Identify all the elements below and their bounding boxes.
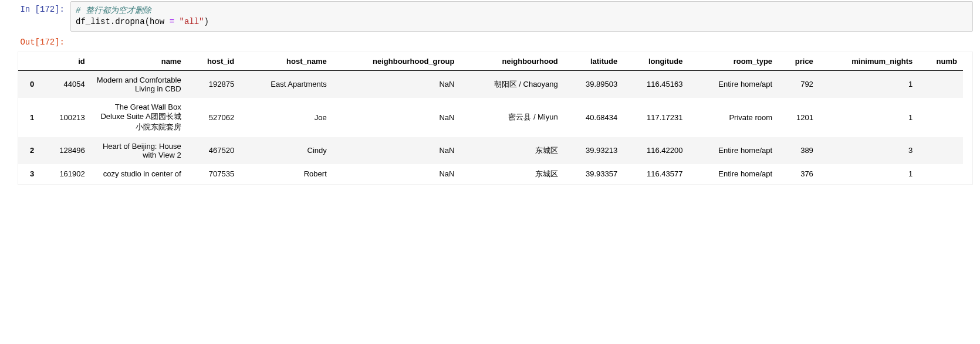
cell-numb <box>918 164 963 184</box>
cell-numb <box>918 70 963 98</box>
table-row: 2128496Heart of Beijing: House with View… <box>18 137 963 164</box>
code-method: dropna <box>115 17 144 26</box>
cell-longitude: 116.45163 <box>623 70 688 98</box>
cell-minimum-nights: 3 <box>819 137 918 164</box>
row-index: 2 <box>18 137 40 164</box>
cell-neighbourhood-group: NaN <box>333 98 461 137</box>
cell-room-type: Private room <box>688 98 778 137</box>
col-name: name <box>91 52 187 71</box>
output-cell: Out[172]: <box>0 33 980 52</box>
col-host-id: host_id <box>187 52 240 71</box>
in-prompt: In [172]: <box>0 1 70 18</box>
col-id: id <box>40 52 91 71</box>
col-index <box>18 52 40 71</box>
cell-longitude: 116.42200 <box>623 137 688 164</box>
cell-room-type: Entire home/apt <box>688 164 778 184</box>
cell-neighbourhood: 密云县 / Miyun <box>460 98 563 137</box>
code-kw: how <box>150 17 164 26</box>
cell-neighbourhood: 朝阳区 / Chaoyang <box>460 70 563 98</box>
col-longitude: longitude <box>623 52 688 71</box>
cell-longitude: 117.17231 <box>623 98 688 137</box>
code-rparen: ) <box>204 17 209 26</box>
cell-latitude: 39.93357 <box>564 164 623 184</box>
cell-host-name: Robert <box>240 164 333 184</box>
code-eq: = <box>164 17 179 26</box>
cell-minimum-nights: 1 <box>819 70 918 98</box>
cell-price: 376 <box>778 164 819 184</box>
cell-host-name: East Apartments <box>240 70 333 98</box>
row-index: 3 <box>18 164 40 184</box>
header-row: id name host_id host_name neighbourhood_… <box>18 52 963 71</box>
cell-name: The Great Wall Box Deluxe Suite A团园长城小院东… <box>91 98 187 137</box>
cell-name: Heart of Beijing: House with View 2 <box>91 137 187 164</box>
cell-room-type: Entire home/apt <box>688 70 778 98</box>
dataframe-table: id name host_id host_name neighbourhood_… <box>18 52 963 184</box>
cell-latitude: 40.68434 <box>564 98 623 137</box>
cell-numb <box>918 98 963 137</box>
cell-name: cozy studio in center of <box>91 164 187 184</box>
cell-id: 100213 <box>40 98 91 137</box>
col-latitude: latitude <box>564 52 623 71</box>
code-lparen: ( <box>145 17 150 26</box>
col-price: price <box>778 52 819 71</box>
cell-neighbourhood-group: NaN <box>333 70 461 98</box>
cell-neighbourhood: 东城区 <box>460 137 563 164</box>
code-comment: # 整行都为空才删除 <box>76 6 151 15</box>
cell-id: 44054 <box>40 70 91 98</box>
code-dot: . <box>110 17 115 26</box>
col-numb: numb <box>918 52 963 71</box>
input-cell: In [172]: # 整行都为空才删除 df_list.dropna(how … <box>0 0 980 33</box>
cell-host-name: Cindy <box>240 137 333 164</box>
cell-neighbourhood-group: NaN <box>333 137 461 164</box>
cell-host-id: 192875 <box>187 70 240 98</box>
cell-name: Modern and Comfortable Living in CBD <box>91 70 187 98</box>
cell-neighbourhood-group: NaN <box>333 164 461 184</box>
dataframe-output[interactable]: id name host_id host_name neighbourhood_… <box>18 52 973 185</box>
cell-longitude: 116.43577 <box>623 164 688 184</box>
cell-room-type: Entire home/apt <box>688 137 778 164</box>
cell-host-id: 467520 <box>187 137 240 164</box>
cell-price: 792 <box>778 70 819 98</box>
cell-host-id: 707535 <box>187 164 240 184</box>
cell-host-id: 527062 <box>187 98 240 137</box>
out-prompt: Out[172]: <box>0 34 70 50</box>
row-index: 1 <box>18 98 40 137</box>
cell-id: 128496 <box>40 137 91 164</box>
table-row: 044054Modern and Comfortable Living in C… <box>18 70 963 98</box>
col-neighbourhood-group: neighbourhood_group <box>333 52 461 71</box>
cell-minimum-nights: 1 <box>819 164 918 184</box>
col-room-type: room_type <box>688 52 778 71</box>
table-row: 1100213The Great Wall Box Deluxe Suite A… <box>18 98 963 137</box>
col-neighbourhood: neighbourhood <box>460 52 563 71</box>
horizontal-scrollbar[interactable] <box>18 185 962 194</box>
cell-numb <box>918 137 963 164</box>
cell-neighbourhood: 东城区 <box>460 164 563 184</box>
code-input[interactable]: # 整行都为空才删除 df_list.dropna(how = "all") <box>70 1 973 32</box>
cell-latitude: 39.93213 <box>564 137 623 164</box>
code-var: df_list <box>76 17 110 26</box>
cell-host-name: Joe <box>240 98 333 137</box>
col-host-name: host_name <box>240 52 333 71</box>
cell-price: 1201 <box>778 98 819 137</box>
row-index: 0 <box>18 70 40 98</box>
cell-latitude: 39.89503 <box>564 70 623 98</box>
code-str: "all" <box>179 17 204 26</box>
col-minimum-nights: minimum_nights <box>819 52 918 71</box>
table-row: 3161902cozy studio in center of707535Rob… <box>18 164 963 184</box>
cell-price: 389 <box>778 137 819 164</box>
cell-minimum-nights: 1 <box>819 98 918 137</box>
cell-id: 161902 <box>40 164 91 184</box>
